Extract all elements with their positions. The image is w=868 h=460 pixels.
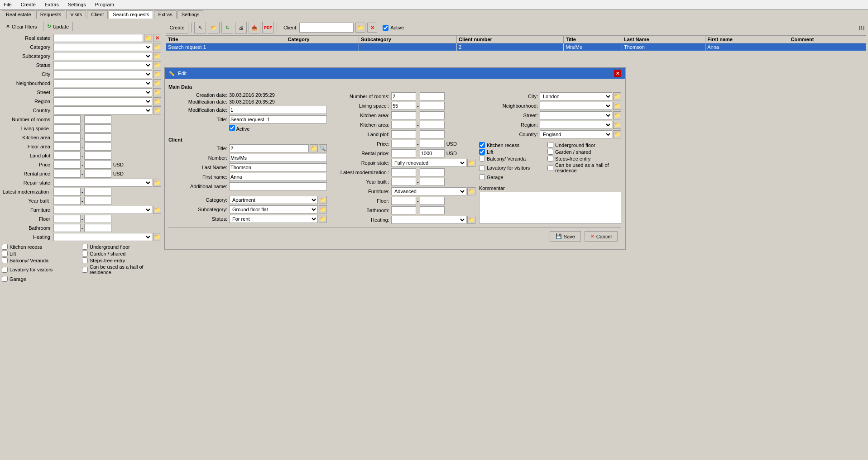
price-from-input[interactable]	[53, 161, 81, 169]
garage-checkbox[interactable]	[2, 276, 8, 282]
dlg-garden-cb[interactable]	[547, 149, 553, 155]
client-folder-btn[interactable]: 📁	[355, 23, 365, 33]
dlg-garage-cb[interactable]	[479, 174, 485, 180]
status-select[interactable]	[53, 61, 152, 69]
dlg-rental-from[interactable]	[391, 149, 416, 157]
dlg-heating-select[interactable]	[391, 216, 466, 224]
number-input[interactable]	[229, 154, 327, 162]
dlg-floor-to[interactable]	[420, 197, 445, 205]
street-folder-btn[interactable]: 📁	[153, 88, 161, 96]
dlg-kitchen1-to[interactable]	[420, 111, 445, 119]
tab-real-estate[interactable]: Real estate	[2, 10, 35, 19]
underground-floor-checkbox[interactable]	[82, 244, 88, 250]
client-title-input[interactable]	[229, 144, 309, 152]
neighbourhood-folder-btn[interactable]: 📁	[153, 79, 161, 87]
cancel-button[interactable]: ✕ Cancel	[585, 231, 618, 242]
dlg-land-from[interactable]	[391, 130, 416, 138]
toolbar-pdf-btn[interactable]: PDF	[262, 22, 274, 33]
dlg-floor-from[interactable]	[391, 197, 416, 205]
active-checkbox[interactable]	[383, 25, 388, 31]
rental-price-from-input[interactable]	[53, 170, 81, 178]
tab-extras[interactable]: Extras	[154, 10, 176, 19]
floor-area-from-input[interactable]	[53, 142, 81, 151]
toolbar-cursor-btn[interactable]: ↖	[194, 22, 206, 33]
land-plot-from-input[interactable]	[53, 152, 81, 160]
dlg-neighbourhood-folder-btn[interactable]: 📁	[613, 102, 621, 110]
dlg-kitchen-recess-cb[interactable]	[479, 142, 485, 148]
city-select[interactable]	[53, 70, 152, 78]
bathroom-from-input[interactable]	[53, 224, 81, 232]
dlg-rooms-from[interactable]	[391, 92, 416, 100]
toolbar-print-btn[interactable]: 🖨	[235, 22, 247, 33]
dlg-repair-select[interactable]: Fully renovated	[391, 159, 466, 167]
save-button[interactable]: 💾 Save	[550, 231, 581, 242]
floor-from-input[interactable]	[53, 215, 81, 223]
menu-settings[interactable]: Settings	[66, 1, 88, 8]
subcategory-select[interactable]	[53, 52, 152, 60]
dlg-bathroom-from[interactable]	[391, 206, 416, 214]
neighbourhood-select[interactable]	[53, 79, 152, 87]
dlg-region-select[interactable]	[540, 121, 612, 129]
dlg-street-folder-btn[interactable]: 📁	[613, 111, 621, 119]
dlg-repair-folder-btn[interactable]: 📁	[467, 159, 475, 167]
update-button[interactable]: ↻ Update	[43, 22, 73, 31]
kitchen-area-from-input[interactable]	[53, 133, 81, 142]
dlg-living-from[interactable]	[391, 102, 416, 110]
dialog-active-checkbox[interactable]	[229, 125, 235, 131]
garden-shared-checkbox[interactable]	[82, 251, 88, 256]
first-name-input[interactable]	[229, 173, 327, 181]
year-built-from-input[interactable]	[53, 197, 81, 205]
dlg-country-folder-btn[interactable]: 📁	[613, 130, 621, 138]
menu-file[interactable]: File	[2, 1, 14, 8]
year-built-to-input[interactable]	[84, 197, 111, 205]
dlg-category-folder-btn[interactable]: 📁	[319, 196, 327, 204]
dlg-hall-cb[interactable]	[547, 165, 553, 171]
menu-extras[interactable]: Extras	[43, 1, 61, 8]
latest-mod-to-input[interactable]	[84, 188, 111, 196]
dlg-price-to[interactable]	[420, 140, 445, 148]
dlg-kitchen1-from[interactable]	[391, 111, 416, 119]
dlg-year-built-to[interactable]	[420, 178, 445, 186]
dlg-heating-folder-btn[interactable]: 📁	[467, 216, 475, 224]
dlg-balcony-cb[interactable]	[479, 156, 485, 161]
clear-filters-button[interactable]: ✕ Clear filters	[2, 22, 41, 31]
dlg-year-built-from[interactable]	[391, 178, 416, 186]
country-select[interactable]	[53, 106, 152, 114]
dlg-street-select[interactable]	[540, 111, 612, 119]
price-to-input[interactable]	[84, 161, 111, 169]
region-folder-btn[interactable]: 📁	[153, 97, 161, 105]
toolbar-refresh-btn[interactable]: ↻	[221, 22, 233, 33]
dlg-rental-to[interactable]	[420, 149, 445, 157]
kommentar-textarea[interactable]	[479, 192, 621, 223]
tab-settings[interactable]: Settings	[177, 10, 204, 19]
dlg-kitchen2-from[interactable]	[391, 121, 416, 129]
dlg-land-to[interactable]	[420, 130, 445, 138]
dlg-lift-cb[interactable]	[479, 149, 485, 155]
subcategory-folder-btn[interactable]: 📁	[153, 52, 161, 60]
rooms-to-input[interactable]	[84, 115, 111, 123]
country-folder-btn[interactable]: 📁	[153, 106, 161, 114]
dlg-underground-floor-cb[interactable]	[547, 142, 553, 148]
repair-state-folder-btn[interactable]: 📁	[153, 179, 161, 187]
mod-date2-input[interactable]	[229, 106, 327, 114]
dlg-kitchen2-to[interactable]	[420, 121, 445, 129]
title-input[interactable]	[229, 115, 327, 123]
dlg-subcategory-folder-btn[interactable]: 📁	[319, 205, 327, 213]
dialog-close-button[interactable]: ✕	[614, 70, 621, 77]
client-clear-btn[interactable]: ✕	[367, 23, 377, 33]
living-space-from-input[interactable]	[53, 124, 81, 133]
dlg-city-folder-btn[interactable]: 📁	[613, 92, 621, 100]
floor-to-input[interactable]	[84, 215, 111, 223]
city-folder-btn[interactable]: 📁	[153, 70, 161, 78]
dlg-neighbourhood-select[interactable]	[540, 102, 612, 110]
tab-client[interactable]: Client	[87, 10, 108, 19]
lavatory-checkbox[interactable]	[2, 267, 8, 273]
living-space-to-input[interactable]	[84, 124, 111, 133]
furniture-folder-btn[interactable]: 📁	[153, 206, 161, 214]
menu-create[interactable]: Create	[19, 1, 38, 8]
dlg-bathroom-to[interactable]	[420, 206, 445, 214]
furniture-select[interactable]	[53, 206, 152, 214]
toolbar-export-btn[interactable]: 📤	[249, 22, 260, 33]
tab-visits[interactable]: Visits	[66, 10, 86, 19]
heating-folder-btn[interactable]: 📁	[153, 233, 161, 241]
